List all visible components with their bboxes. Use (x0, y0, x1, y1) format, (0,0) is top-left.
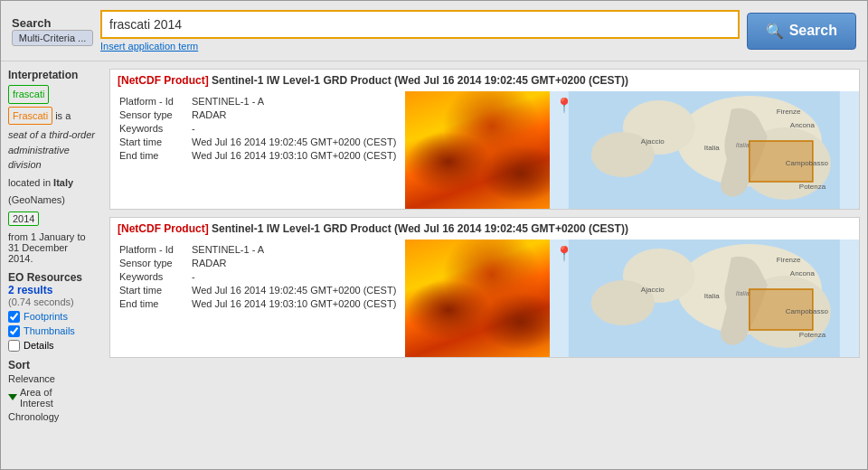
meta-label-start-1: Start time (119, 136, 184, 147)
svg-text:Ancona: Ancona (790, 121, 816, 129)
meta-label-sensor-2: Sensor type (119, 258, 184, 268)
map-thumbnail-1[interactable]: 📍 (550, 91, 859, 209)
meta-label-platform-1: Platform - Id (119, 96, 184, 107)
result-meta-2: Platform - Id SENTINEL-1 - A Sensor type… (110, 240, 405, 357)
interp-desc2: seat of a third-order administrative div… (8, 127, 95, 173)
meta-label-sensor-1: Sensor type (119, 109, 184, 120)
meta-value-sensor-2: RADAR (192, 258, 227, 268)
meta-row-platform-1: Platform - Id SENTINEL-1 - A (119, 96, 396, 107)
meta-value-platform-1: SENTINEL-1 - A (192, 96, 264, 107)
result-title-1: Sentinel-1 IW Level-1 GRD Product (Wed J… (212, 74, 628, 87)
tag-frascati-green[interactable]: frascati (8, 85, 49, 104)
netcdf-badge-2: [NetCDF Product] (118, 222, 209, 235)
checkbox-details[interactable]: Details (8, 340, 95, 352)
map-svg-2: Ancona Firenze Campobasso Potenza Italia… (550, 240, 859, 357)
result-card-2: [NetCDF Product] Sentinel-1 IW Level-1 G… (109, 217, 860, 358)
svg-text:Italia: Italia (736, 142, 750, 148)
sort-relevance[interactable]: Relevance (8, 373, 95, 384)
meta-value-platform-2: SENTINEL-1 - A (192, 244, 264, 255)
sort-section: Sort Relevance Area ofInterest Chronolog… (8, 359, 95, 422)
interpretation-year-row: 2014 from 1 January to 31 December 2014. (8, 212, 95, 264)
search-input[interactable] (100, 10, 740, 39)
result-body-1: Platform - Id SENTINEL-1 - A Sensor type… (110, 91, 859, 209)
satellite-image-inner-2 (405, 240, 550, 357)
map-svg-1: Ancona Firenze Campobasso Potenza Italia… (550, 91, 859, 209)
meta-value-keywords-1: - (192, 123, 195, 134)
meta-row-start-1: Start time Wed Jul 16 2014 19:02:45 GMT+… (119, 136, 396, 147)
interpretation-section: Interpretation frascati Frascati is a se… (8, 69, 95, 264)
meta-value-end-1: Wed Jul 16 2014 19:03:10 GMT+0200 (CEST) (192, 150, 396, 161)
meta-value-sensor-1: RADAR (192, 109, 227, 120)
sort-chronology[interactable]: Chronology (8, 411, 95, 422)
eo-seconds: (0.74 seconds) (8, 296, 95, 307)
checkbox-footprints-label: Footprints (24, 311, 68, 322)
meta-row-end-1: End time Wed Jul 16 2014 19:03:10 GMT+02… (119, 150, 396, 161)
svg-text:Campobasso: Campobasso (786, 159, 829, 167)
sort-selected-icon (8, 394, 17, 400)
meta-row-keywords-1: Keywords - (119, 123, 396, 134)
result-card-1: [NetCDF Product] Sentinel-1 IW Level-1 G… (109, 69, 860, 210)
search-input-wrap: Insert application term (100, 10, 740, 52)
interp-source: (GeoNames) (8, 193, 65, 208)
svg-text:Ancona: Ancona (790, 269, 816, 277)
result-body-2: Platform - Id SENTINEL-1 - A Sensor type… (110, 240, 859, 357)
svg-text:Campobasso: Campobasso (786, 307, 829, 315)
search-bar-row: Search Multi-Criteria ... Insert applica… (1, 1, 867, 61)
search-label-col: Search Multi-Criteria ... (12, 16, 93, 46)
meta-label-end-2: End time (119, 298, 184, 309)
result-header-1: [NetCDF Product] Sentinel-1 IW Level-1 G… (110, 70, 859, 91)
checkbox-footprints-input[interactable] (8, 311, 20, 323)
checkbox-details-input[interactable] (8, 340, 20, 352)
satellite-thumbnail-2[interactable] (405, 240, 550, 357)
meta-value-keywords-2: - (192, 271, 195, 282)
svg-text:Italia: Italia (736, 290, 750, 296)
search-icon: 🔍 (766, 23, 784, 40)
tag-year[interactable]: 2014 (8, 212, 39, 226)
search-label: Search (12, 16, 93, 30)
results-area: [NetCDF Product] Sentinel-1 IW Level-1 G… (102, 61, 867, 469)
sort-label: Sort (8, 359, 95, 371)
result-header-2: [NetCDF Product] Sentinel-1 IW Level-1 G… (110, 218, 859, 240)
map-pin-icon-1: 📍 (555, 97, 571, 113)
main-container: Search Multi-Criteria ... Insert applica… (0, 0, 868, 470)
interp-country: Italy (53, 175, 73, 191)
tag-frascati-orange[interactable]: Frascati (8, 107, 52, 126)
map-pin-icon-2: 📍 (555, 245, 571, 261)
svg-text:Potenza: Potenza (799, 331, 826, 339)
sidebar: Interpretation frascati Frascati is a se… (1, 61, 102, 469)
meta-value-start-1: Wed Jul 16 2014 19:02:45 GMT+0200 (CEST) (192, 136, 396, 147)
checkbox-details-label: Details (24, 340, 54, 351)
svg-text:Firenze: Firenze (777, 108, 801, 116)
checkbox-thumbnails-label: Thumbnails (24, 325, 75, 336)
checkbox-thumbnails-input[interactable] (8, 325, 20, 337)
interp-desc3: located in (8, 175, 51, 191)
content-row: Interpretation frascati Frascati is a se… (1, 61, 867, 469)
svg-text:Italia: Italia (704, 292, 720, 300)
meta-row-start-2: Start time Wed Jul 16 2014 19:02:45 GMT+… (119, 285, 396, 296)
meta-row-sensor-1: Sensor type RADAR (119, 109, 396, 120)
meta-label-keywords-1: Keywords (119, 123, 184, 134)
eo-results-count: 2 results (8, 284, 95, 296)
search-button[interactable]: 🔍 Search (747, 13, 856, 50)
satellite-thumbnail-1[interactable] (405, 91, 550, 209)
svg-text:Potenza: Potenza (799, 183, 826, 191)
multi-criteria-button[interactable]: Multi-Criteria ... (12, 30, 93, 46)
result-meta-1: Platform - Id SENTINEL-1 - A Sensor type… (110, 91, 405, 209)
year-desc: from 1 January to 31 December 2014. (8, 231, 95, 264)
eo-resources-label: EO Resources (8, 271, 95, 284)
checkbox-group: Footprints Thumbnails Details (8, 311, 95, 352)
insert-application-term-link[interactable]: Insert application term (100, 41, 740, 52)
result-title-2: Sentinel-1 IW Level-1 GRD Product (Wed J… (212, 222, 628, 235)
meta-row-keywords-2: Keywords - (119, 271, 396, 282)
eo-resources-section: EO Resources 2 results (0.74 seconds) Fo… (8, 271, 95, 352)
map-thumbnail-2[interactable]: 📍 Ancona Firenze Campobasso (550, 240, 859, 357)
meta-label-keywords-2: Keywords (119, 271, 184, 282)
interpretation-tags: frascati Frascati is a seat of a third-o… (8, 85, 95, 208)
checkbox-thumbnails[interactable]: Thumbnails (8, 325, 95, 337)
svg-text:Ajaccio: Ajaccio (641, 286, 665, 294)
svg-text:Firenze: Firenze (777, 256, 801, 264)
satellite-image-inner-1 (405, 91, 550, 209)
checkbox-footprints[interactable]: Footprints (8, 311, 95, 323)
sort-area-of-interest[interactable]: Area ofInterest (8, 387, 95, 409)
search-button-label: Search (789, 23, 837, 39)
